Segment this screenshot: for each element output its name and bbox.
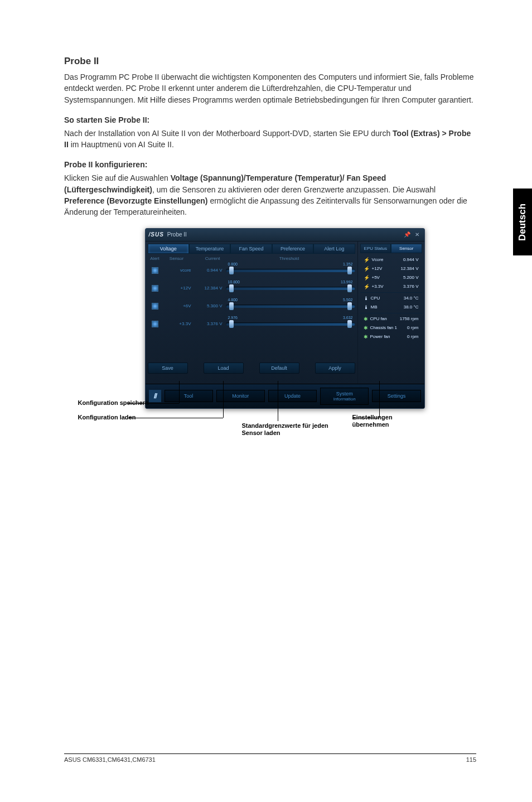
footer-product: ASUS CM6331,CM6431,CM6731 [64,756,156,763]
page-title: Probe II [64,56,476,67]
tab-voltage[interactable]: Voltage [148,244,189,254]
threshold-slider[interactable]: 10.800 13.992 [226,283,355,293]
fan-icon [364,325,368,331]
sensor-value: 12.384 V [194,286,226,291]
status-value: 1758 rpm [400,316,419,322]
callout-default: Standardgrenzwerte für jeden Sensor lade… [242,422,337,437]
status-label: Vcore [372,257,384,262]
col-current: Current [191,256,224,261]
volt-icon [364,257,370,263]
status-value: 0 rpm [407,325,418,331]
tab-preference[interactable]: Preference [272,244,313,254]
sensor-value: 5.300 V [194,303,226,308]
status-value: 0.944 V [403,257,419,263]
ai-logo-icon[interactable]: Ⅱ [149,390,161,402]
probe-ii-window: /SUS Probe II 📌 ✕ Voltage Temperature Fa… [145,228,425,409]
launcher-update[interactable]: Update [268,390,317,402]
launcher-tool[interactable]: Tool [165,390,213,402]
intro-paragraph: Das Programm PC Probe II überwacht die w… [64,71,476,105]
status-value: 0 rpm [407,334,418,340]
slider-high-label: 5.502 [343,298,353,302]
slider-high-label: 13.992 [341,280,352,284]
text: , um die Sensoren zu aktivieren oder der… [152,185,436,194]
main-tabs: Voltage Temperature Fan Speed Preference… [148,244,355,254]
brand-logo: /SUS [149,231,164,238]
titlebar[interactable]: /SUS Probe II 📌 ✕ [146,229,424,241]
load-button[interactable]: Load [204,363,244,374]
sensor-value: 3.376 V [194,321,226,326]
tab-epu-status[interactable]: EPU Status [360,244,391,253]
status-panel: EPU Status Sensor Vcore0.944 V +12V12.38… [357,241,424,384]
threshold-slider[interactable]: 2.976 3.632 [226,319,355,329]
status-label: +5V [372,275,380,280]
default-button[interactable]: Default [259,363,299,374]
status-value: 5.200 V [403,275,419,281]
config-heading: Probe II konfigurieren: [64,160,476,169]
alert-checkbox[interactable] [152,321,158,327]
pin-icon[interactable]: 📌 [403,231,411,239]
volt-icon [364,284,370,289]
text: Information [321,397,368,402]
tab-fan-speed[interactable]: Fan Speed [230,244,272,254]
status-value: 3.376 V [403,284,419,289]
tab-temperature[interactable]: Temperature [189,244,230,254]
launcher-monitor[interactable]: Monitor [216,390,265,402]
start-paragraph: Nach der Installation von AI Suite II vo… [64,128,476,151]
text: System [336,391,353,397]
status-label: +12V [372,266,383,271]
sensor-row: vcore 0.944 V 0.800 1.352 [148,263,355,278]
footer-page-number: 115 [466,756,476,763]
callout-save: Konfiguration speichern [78,399,149,407]
status-label: CPU [371,296,380,301]
sensor-value: 0.944 V [194,268,226,273]
sensor-name: vcore [162,268,194,273]
fan-icon [364,316,368,322]
status-value: 34.0 °C [404,296,419,301]
tab-sensor-status[interactable]: Sensor [391,244,422,253]
text: Nach der Installation von AI Suite II vo… [64,129,393,138]
col-threshold: Threshold [224,256,355,261]
slider-high-label: 3.632 [343,316,353,320]
status-value: 38.0 °C [404,305,419,310]
slider-low-label: 10.800 [228,280,240,284]
callout-apply: Einstellungen übernehmen [352,414,429,428]
column-headers: Alert Sensor Current Threshold [148,255,355,263]
window-title: Probe II [167,231,187,238]
slider-high-label: 1.352 [343,262,353,266]
sensor-row: +3.3V 3.376 V 2.976 3.632 [148,317,355,331]
bottom-buttons: Save Load Default Apply [148,359,355,379]
status-label: CPU fan [370,316,387,321]
col-sensor: Sensor [162,256,191,261]
volt-icon [364,275,370,281]
text: Klicken Sie auf die Auswahlen [64,173,171,182]
status-label: Chassis fan 1 [370,325,397,330]
save-button[interactable]: Save [148,363,188,374]
page-footer: ASUS CM6331,CM6431,CM6731 115 [64,753,476,763]
option-name: Preference (Bevorzugte Einstellungen) [64,196,208,205]
temp-icon [364,296,369,301]
sensor-name: +12V [162,286,194,291]
alert-checkbox[interactable] [152,303,158,310]
apply-button[interactable]: Apply [315,363,355,374]
tab-alert-log[interactable]: Alert Log [313,244,355,254]
temp-icon [364,305,369,310]
status-value: 12.384 V [400,266,418,272]
threshold-slider[interactable]: 4.800 5.502 [226,301,355,311]
launcher-system-information[interactable]: SystemInformation [320,388,369,405]
config-paragraph: Klicken Sie auf die Auswahlen Voltage (S… [64,172,476,218]
callout-load: Konfiguration laden [78,414,136,421]
sensor-row: +6V 5.300 V 4.800 5.502 [148,299,355,313]
sensor-name: +6V [162,303,194,308]
close-icon[interactable]: ✕ [413,231,421,239]
sensor-row: +12V 12.384 V 10.800 13.992 [148,281,355,296]
launcher-bar: Ⅱ Tool Monitor Update SystemInformation … [146,384,424,408]
threshold-slider[interactable]: 0.800 1.352 [226,265,355,276]
col-alert: Alert [148,256,162,261]
slider-low-label: 4.800 [228,298,238,302]
fan-icon [364,334,368,340]
slider-low-label: 0.800 [228,262,238,266]
start-heading: So starten Sie Probe II: [64,115,476,124]
alert-checkbox[interactable] [152,285,158,292]
alert-checkbox[interactable] [152,267,158,274]
status-label: MB [371,305,378,310]
